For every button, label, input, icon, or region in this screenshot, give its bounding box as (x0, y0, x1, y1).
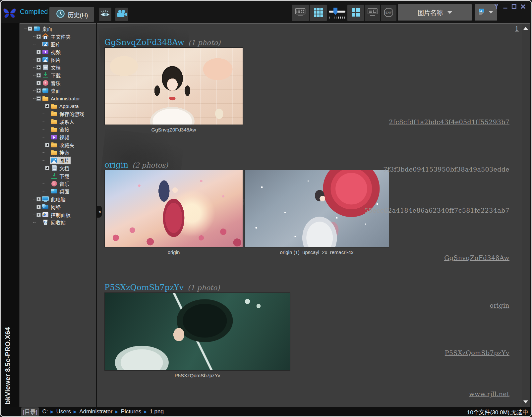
thumbnail-size-slider[interactable] (327, 5, 347, 21)
expand-expander[interactable] (36, 34, 41, 39)
folder-icon (51, 143, 57, 147)
slider-handle[interactable] (333, 8, 337, 15)
thumbnail-list-icon (295, 8, 306, 18)
tree-item-appdata[interactable]: AppData (20, 102, 96, 110)
tree-item-label: 此电脑 (51, 196, 66, 203)
expand-expander[interactable] (45, 166, 49, 170)
tree-item-contacts[interactable]: 联系人 (20, 118, 96, 126)
tree-item-desktop[interactable]: 桌面 (20, 87, 96, 94)
photo-group-panel: www.rjll.net 1 GgSnvqZoFd348Aw (1 photo)… (97, 23, 530, 407)
photo-thumbnail[interactable] (105, 170, 243, 247)
app-window: Compiled Dat 历史(H) (0, 0, 532, 417)
close-button[interactable] (520, 3, 526, 9)
tree-item-gallery[interactable]: 图库 (20, 40, 96, 48)
breadcrumb-segment[interactable]: 1.png (149, 408, 164, 415)
vertical-scrollbar[interactable] (521, 24, 530, 407)
clock-icon (56, 9, 65, 20)
group-name-link[interactable]: P5SXzQomSb7pzYv (445, 349, 509, 356)
history-button[interactable]: 历史(H) (49, 7, 94, 22)
video-capture-button[interactable] (115, 8, 128, 21)
hash-link[interactable]: 55ecc62a4184e86a62340ff7c581fe2234ab7 (364, 207, 509, 214)
tree-item-searches[interactable]: 搜索 (20, 149, 96, 156)
breadcrumb-segment[interactable]: Users (56, 408, 71, 415)
tree-item-home[interactable]: 主文件夹 (20, 32, 96, 40)
expand-expander[interactable] (36, 50, 41, 54)
tree-item-desktop-user[interactable]: 桌面 (20, 187, 96, 195)
grid-view-button[interactable] (310, 5, 327, 21)
tree-item-recycle-bin[interactable]: 回收站 (20, 219, 96, 226)
details-view-button[interactable] (365, 5, 380, 21)
scroll-down-arrow-icon[interactable] (523, 400, 528, 403)
tree-item-downloads[interactable]: 下载 (20, 71, 96, 79)
files-summary: 10个文件(30.0M),无选中 (467, 408, 528, 416)
tree-item-label: 桌面 (51, 87, 61, 94)
collapse-expander[interactable] (28, 26, 32, 31)
tree-item-network[interactable]: 网络 (20, 203, 96, 211)
group-title-link[interactable]: P5SXzQomSb7pzYv (104, 283, 184, 292)
tree-item-saved-games[interactable]: 保存的游戏 (20, 110, 96, 118)
exif-button[interactable]: EXIF (381, 5, 396, 21)
tree-item-downloads-user[interactable]: 下载 (20, 172, 96, 180)
hash-link[interactable]: 2fc8cfdf1a2bdc43f4e05d1ff55293b7 (389, 118, 509, 126)
photo-thumbnail[interactable] (105, 48, 243, 125)
group-name-link[interactable]: origin (490, 302, 509, 309)
tree-item-pictures-user-selected[interactable]: 图片 (20, 157, 96, 164)
breadcrumb-segment[interactable]: Pictures (121, 408, 141, 415)
website-link[interactable]: www.rjll.net (469, 390, 509, 397)
group-photo-count: (2 photos) (132, 161, 168, 169)
group-title-link[interactable]: origin (104, 160, 128, 170)
expand-expander[interactable] (36, 81, 41, 85)
expand-expander[interactable] (36, 58, 41, 62)
maximize-button[interactable] (511, 3, 517, 9)
expand-expander[interactable] (36, 205, 41, 209)
tree-item-administrator[interactable]: Administrator (20, 95, 96, 102)
tree-item-label: 视频 (59, 134, 69, 141)
expand-expander[interactable] (45, 143, 49, 147)
sort-dropdown[interactable]: 图片名称 (398, 4, 472, 21)
tree-item-documents-user[interactable]: 文档 (20, 164, 96, 172)
tree-item-label: 桌面 (42, 25, 52, 32)
tree-item-links[interactable]: 链接 (20, 126, 96, 133)
tile-view-button[interactable] (347, 5, 364, 21)
photo-caption: origin (1)_upscayl_2x_remacri-4x (245, 249, 389, 255)
tree-item-label: 桌面 (59, 188, 69, 195)
gallery-icon (42, 42, 48, 46)
music-icon (51, 181, 57, 186)
tree-item-desktop-root[interactable]: 桌面 (20, 25, 96, 32)
tree-item-pictures[interactable]: 图片 (20, 56, 96, 64)
tree-item-music-user[interactable]: 音乐 (20, 180, 96, 187)
breadcrumb-segment[interactable]: C: (42, 408, 48, 415)
group-title-link[interactable]: GgSnvqZoFd348Aw (104, 38, 184, 47)
tree-item-label: 主文件夹 (51, 33, 71, 40)
expand-expander[interactable] (36, 197, 41, 201)
expand-expander[interactable] (36, 73, 41, 78)
hash-link[interactable]: 7f3f3bde094153950bf38a49a503edde (383, 166, 509, 173)
tree-item-videos[interactable]: 视频 (20, 48, 96, 56)
tree-item-label: 链接 (59, 126, 69, 133)
page-number[interactable]: 1 (515, 25, 519, 32)
tree-item-favorites[interactable]: 收藏夹 (20, 141, 96, 149)
breadcrumb-segment[interactable]: Administrator (79, 408, 112, 415)
scroll-up-arrow-icon[interactable] (523, 27, 528, 30)
tree-item-documents[interactable]: 文档 (20, 64, 96, 71)
expand-expander[interactable] (45, 104, 49, 108)
exif-icon: EXIF (384, 7, 394, 19)
window-controls (493, 3, 526, 9)
group-name-link[interactable]: GgSnvqZoFd348Aw (444, 254, 509, 261)
collapse-expander[interactable] (36, 96, 41, 101)
settings-wrench-button[interactable] (493, 3, 499, 9)
directory-badge[interactable]: [目录] (21, 407, 39, 416)
preview-button[interactable] (99, 8, 111, 21)
sidebar-collapse-handle[interactable]: ◀ (97, 206, 102, 218)
tree-item-music[interactable]: 音乐 (20, 79, 96, 87)
expand-expander[interactable] (36, 213, 41, 217)
minimize-button[interactable] (502, 3, 508, 9)
tree-item-label: 视频 (51, 48, 61, 55)
tree-item-this-pc[interactable]: 此电脑 (20, 195, 96, 203)
expand-expander[interactable] (36, 88, 41, 93)
thumbnail-list-view-button[interactable] (292, 5, 309, 21)
photo-thumbnail[interactable] (105, 293, 290, 370)
tree-item-videos-user[interactable]: 视频 (20, 133, 96, 141)
expand-expander[interactable] (36, 65, 41, 70)
tree-item-control-panel[interactable]: 控制面板 (20, 211, 96, 218)
